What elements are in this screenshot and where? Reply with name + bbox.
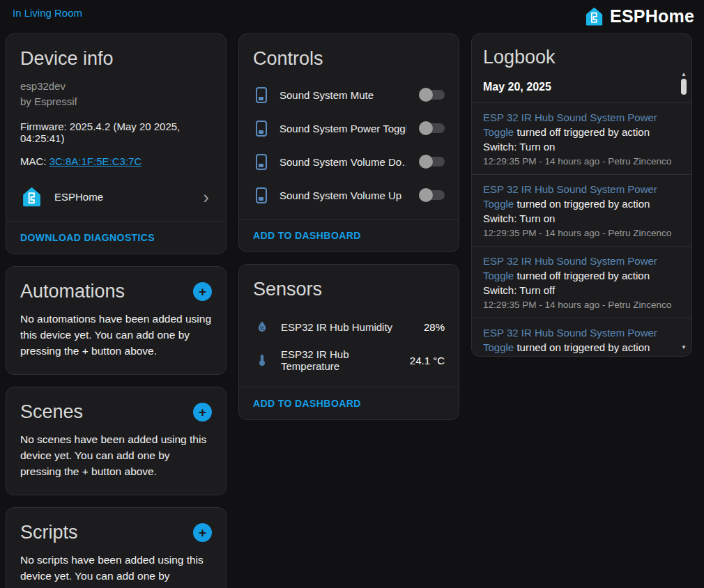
download-diagnostics-button[interactable]: DOWNLOAD DIAGNOSTICS [20, 232, 155, 243]
remote-icon [256, 121, 267, 137]
mac-address-link[interactable]: 3C:8A:1F:5E:C3:7C [49, 155, 142, 167]
sensor-row-humidity: ESP32 IR Hub Humidity 28% [253, 310, 445, 343]
device-model: esp32dev [20, 79, 212, 94]
remote-icon [256, 187, 267, 203]
logbook-scrollbar[interactable]: ▲ ▼ [680, 72, 688, 350]
scroll-up-icon[interactable]: ▲ [681, 72, 687, 77]
main-content: Device info esp32dev by Espressif Firmwa… [0, 29, 704, 588]
remote-icon [256, 154, 267, 170]
sensor-label: ESP32 IR Hub Temperature [281, 348, 399, 372]
control-row-sound-system-volume-down: Sound System Volume Do… [253, 145, 445, 178]
add-script-button[interactable]: + [193, 523, 212, 542]
water-percent-icon [254, 320, 270, 334]
thermometer-icon [254, 353, 270, 367]
device-mac: MAC: 3C:8A:1F:5E:C3:7C [20, 155, 212, 167]
remote-icon [256, 87, 267, 103]
controls-title: Controls [253, 48, 445, 70]
plus-icon: + [199, 285, 206, 298]
scripts-card: Scripts + No scripts have been added usi… [6, 507, 227, 588]
toggle-switch[interactable] [419, 121, 445, 135]
device-info-title: Device info [20, 48, 212, 70]
sensor-value: 28% [424, 321, 445, 333]
control-row-sound-system-mute: Sound System Mute [253, 78, 445, 111]
sensor-row-temperature: ESP32 IR Hub Temperature 24.1 °C [253, 343, 445, 377]
left-column: Device info esp32dev by Espressif Firmwa… [6, 33, 227, 588]
control-label: Sound System Volume Up [280, 189, 406, 201]
integration-row-esphome[interactable]: ESPHome › [20, 180, 212, 218]
esphome-logo-icon [583, 6, 605, 27]
automations-empty-text: No automations have been added using thi… [20, 311, 212, 359]
scrollbar-thumb[interactable] [681, 79, 687, 95]
toggle-switch[interactable] [419, 155, 445, 169]
scripts-title: Scripts [20, 522, 78, 543]
breadcrumb[interactable]: In Living Room [13, 6, 82, 19]
controls-card: Controls Sound System Mute Sound System … [238, 33, 459, 252]
logbook-entry: ESP 32 IR Hub Sound System Power Toggle … [472, 174, 691, 246]
control-label: Sound System Volume Do… [280, 156, 406, 168]
add-to-dashboard-button[interactable]: ADD TO DASHBOARD [253, 398, 361, 409]
brand-name: ESPHome [610, 6, 694, 26]
sensor-value: 24.1 °C [410, 355, 445, 366]
middle-column: Controls Sound System Mute Sound System … [238, 33, 459, 420]
add-to-dashboard-button[interactable]: ADD TO DASHBOARD [253, 230, 361, 241]
right-column: Logbook May 20, 2025 ESP 32 IR Hub Sound… [471, 33, 692, 357]
control-label: Sound System Mute [280, 89, 406, 101]
logbook-card: Logbook May 20, 2025 ESP 32 IR Hub Sound… [471, 33, 692, 357]
device-manufacturer: by Espressif [20, 94, 212, 109]
integration-name: ESPHome [54, 191, 192, 203]
esphome-integration-icon [20, 185, 43, 208]
device-info-card: Device info esp32dev by Espressif Firmwa… [6, 33, 227, 254]
plus-icon: + [199, 526, 206, 539]
logbook-entry: ESP 32 IR Hub Sound System Power Toggle … [472, 246, 691, 318]
logbook-timestamp: 12:29:35 PM - 14 hours ago - Petru Zince… [483, 156, 673, 167]
chevron-right-icon: › [203, 190, 212, 204]
scenes-card: Scenes + No scenes have been added using… [6, 387, 227, 495]
logbook-timestamp: 12:29:35 PM - 14 hours ago - Petru Zince… [483, 300, 673, 310]
control-label: Sound System Power Toggle [280, 123, 406, 134]
logbook-title: Logbook [472, 34, 691, 70]
logbook-entry: ESP 32 IR Hub Sound System Power Toggle … [472, 103, 691, 174]
sensors-title: Sensors [253, 279, 445, 300]
brand: ESPHome [583, 6, 694, 27]
scenes-title: Scenes [20, 401, 83, 423]
automations-title: Automations [20, 281, 125, 302]
scroll-down-icon[interactable]: ▼ [681, 345, 687, 350]
logbook-entry: ESP 32 IR Hub Sound System Power Toggle … [472, 318, 691, 357]
add-automation-button[interactable]: + [193, 282, 212, 301]
control-row-sound-system-power-toggle: Sound System Power Toggle [253, 111, 445, 145]
logbook-timestamp: 12:29:35 PM - 14 hours ago - Petru Zince… [483, 228, 673, 238]
scenes-empty-text: No scenes have been added using this dev… [20, 431, 212, 479]
logbook-date-header: May 20, 2025 [472, 70, 691, 103]
top-bar: In Living Room ESPHome [0, 0, 704, 29]
toggle-switch[interactable] [419, 188, 445, 202]
scripts-empty-text: No scripts have been added using this de… [20, 552, 212, 588]
sensor-label: ESP32 IR Hub Humidity [281, 321, 413, 333]
control-row-sound-system-volume-up: Sound System Volume Up [253, 178, 445, 212]
toggle-switch[interactable] [419, 88, 445, 102]
add-scene-button[interactable]: + [193, 403, 212, 421]
mac-label: MAC: [20, 155, 49, 167]
automations-card: Automations + No automations have been a… [6, 266, 227, 375]
sensors-card: Sensors ESP32 IR Hub Humidity [238, 264, 459, 420]
device-firmware: Firmware: 2025.4.2 (May 20 2025, 04:25:4… [20, 121, 212, 144]
plus-icon: + [199, 405, 206, 419]
